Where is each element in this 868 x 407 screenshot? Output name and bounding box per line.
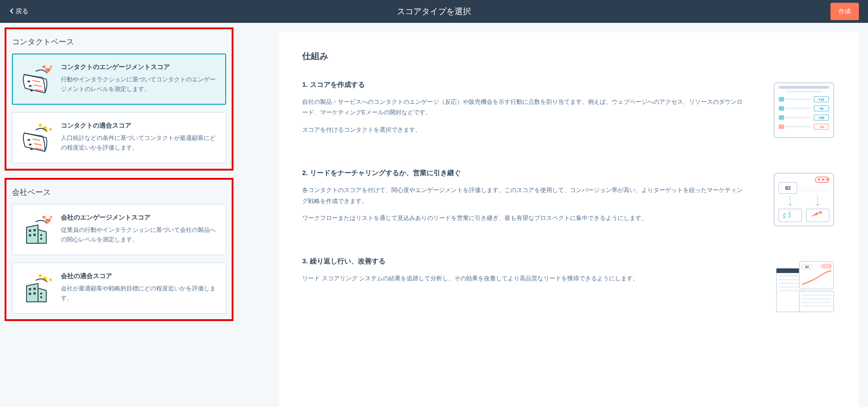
svg-text:+12: +12: [818, 97, 825, 102]
svg-rect-10: [40, 234, 42, 236]
step-text: 2. リードをナーチャリングするか、営業に引き継ぐ 各コンタクトのスコアを付けて…: [302, 169, 744, 230]
svg-rect-9: [33, 234, 36, 236]
svg-rect-48: [779, 279, 802, 280]
card-description: 行動やインタラクションに基づいてコンタクトのエンゲージメントのレベルを測定します…: [61, 75, 218, 94]
svg-rect-6: [29, 230, 31, 232]
svg-rect-60: [802, 305, 831, 307]
svg-point-0: [27, 80, 30, 82]
step-1: 1. スコアを作成する 自社の製品・サービスへのコンタクトのエンゲージ（反応）や…: [302, 80, 836, 141]
svg-text:+20: +20: [818, 116, 825, 120]
card-title: コンタクトのエンゲージメントスコア: [61, 63, 218, 71]
svg-rect-20: [786, 91, 822, 92]
svg-rect-49: [779, 283, 802, 284]
svg-rect-34: [786, 126, 811, 128]
card-title: 会社のエンゲージメントスコア: [61, 214, 218, 222]
svg-rect-16: [40, 293, 42, 295]
svg-rect-56: [799, 291, 834, 312]
svg-point-4: [29, 144, 32, 145]
svg-point-1: [29, 85, 32, 87]
step-description: 各コンタクトのスコアを付けて、関心度やエンゲージメントを評価します。このスコアを…: [302, 185, 744, 206]
svg-point-2: [30, 90, 33, 91]
card-content: コンタクトの適合スコア 人口統計などの条件に基づいてコンタクトが最適顧客にどの程…: [61, 122, 218, 153]
step-description: ワークフローまたはリストを通じて見込みありのリードを営業に引き継ぎ、最も有望なプ…: [302, 213, 744, 223]
back-button[interactable]: 戻る: [9, 7, 28, 16]
card-content: コンタクトのエンゲージメントスコア 行動やインタラクションに基づいてコンタクトの…: [61, 63, 218, 94]
svg-rect-15: [33, 292, 36, 295]
svg-rect-50: [779, 286, 802, 288]
svg-rect-26: [786, 107, 811, 109]
card-contact-fit[interactable]: コンタクトの適合スコア 人口統計などの条件に基づいてコンタクトが最適顧客にどの程…: [12, 112, 226, 163]
svg-rect-8: [29, 234, 31, 236]
step-text: 3. 繰り返し行い、改善する リード スコアリング システムの結果を追跡して分析…: [302, 257, 744, 290]
svg-rect-58: [802, 298, 831, 300]
svg-rect-30: [786, 117, 811, 118]
svg-point-5: [30, 148, 33, 150]
svg-rect-21: [779, 97, 784, 102]
step-description: スコアを付けるコンタクトを選択できます。: [302, 124, 744, 135]
svg-rect-51: [779, 290, 802, 291]
svg-rect-22: [786, 98, 811, 100]
step-3: 3. 繰り返し行い、改善する リード スコアリング システムの結果を追跡して分析…: [302, 257, 836, 316]
card-content: 会社のエンゲージメントスコア 従業員の行動やインタラクションに基づいて会社の製品…: [61, 214, 218, 245]
how-it-works-title: 仕組み: [302, 50, 836, 62]
svg-rect-19: [779, 86, 829, 89]
main-container: コンタクトベース コンタクトのエンゲージメントスコア: [0, 23, 868, 407]
step-description: リード スコアリング システムの結果を追跡して分析し、その効果を改善してより高品…: [302, 273, 744, 284]
right-panel: 仕組み 1. スコアを作成する 自社の製品・サービスへのコンタクトのエンゲージ（…: [279, 32, 859, 407]
svg-rect-7: [33, 229, 36, 231]
card-content: 会社の適合スコア 会社が最適顧客や戦略的目標にどの程度近いかを評価します。: [61, 272, 218, 303]
company-hearts-icon: [20, 214, 52, 246]
svg-point-3: [27, 139, 30, 141]
svg-rect-44: [806, 209, 829, 222]
svg-rect-57: [802, 295, 831, 296]
svg-rect-14: [29, 293, 31, 295]
score-flow-illustration: 82: [772, 169, 836, 228]
svg-rect-33: [779, 124, 784, 129]
svg-rect-11: [40, 238, 42, 240]
svg-rect-59: [802, 302, 831, 303]
page-title: スコアタイプを選択: [397, 6, 471, 17]
svg-rect-29: [779, 115, 784, 120]
group-company-based: 会社ベース: [5, 178, 233, 321]
contact-stars-icon: [20, 122, 52, 154]
svg-rect-13: [33, 288, 36, 290]
group-contact-based: コンタクトベース コンタクトのエンゲージメントスコア: [5, 27, 233, 171]
step-description: 自社の製品・サービスへのコンタクトのエンゲージ（反応）や販売機会を示す行動に点数…: [302, 96, 744, 118]
card-company-fit[interactable]: 会社の適合スコア 会社が最適顧客や戦略的目標にどの程度近いかを評価します。: [12, 262, 226, 314]
step-title: 2. リードをナーチャリングするか、営業に引き継ぐ: [302, 169, 744, 177]
card-title: 会社の適合スコア: [61, 272, 218, 280]
svg-rect-17: [40, 296, 42, 298]
card-company-engagement[interactable]: 会社のエンゲージメントスコア 従業員の行動やインタラクションに基づいて会社の製品…: [12, 204, 226, 255]
group-title: 会社ベース: [12, 187, 226, 198]
create-button[interactable]: 作成: [830, 3, 859, 20]
chevron-left-icon: [9, 8, 14, 16]
svg-text:+8: +8: [819, 107, 824, 111]
card-title: コンタクトの適合スコア: [61, 122, 218, 130]
contact-hearts-icon: [20, 63, 52, 95]
svg-rect-25: [779, 106, 784, 111]
score-list-illustration: +12 +8 +20: [772, 80, 836, 140]
card-description: 会社が最適顧客や戦略的目標にどの程度近いかを評価します。: [61, 284, 218, 303]
company-stars-icon: [20, 272, 52, 304]
svg-text:82: 82: [805, 265, 809, 268]
svg-rect-12: [29, 288, 31, 290]
group-title: コンタクトベース: [12, 37, 226, 47]
left-panel: コンタクトベース コンタクトのエンゲージメントスコア: [0, 23, 238, 407]
svg-rect-47: [779, 275, 802, 277]
step-2: 2. リードをナーチャリングするか、営業に引き継ぐ 各コンタクトのスコアを付けて…: [302, 169, 836, 230]
header: 戻る スコアタイプを選択 作成: [0, 0, 868, 23]
step-text: 1. スコアを作成する 自社の製品・サービスへのコンタクトのエンゲージ（反応）や…: [302, 80, 744, 141]
card-contact-engagement[interactable]: コンタクトのエンゲージメントスコア 行動やインタラクションに基づいてコンタクトの…: [12, 54, 226, 105]
step-title: 1. スコアを作成する: [302, 80, 744, 89]
card-description: 従業員の行動やインタラクションに基づいて会社の製品への関心レベルを測定します。: [61, 225, 218, 245]
svg-text:82: 82: [785, 185, 791, 191]
card-description: 人口統計などの条件に基づいてコンタクトが最適顧客にどの程度近いかを評価します。: [61, 134, 218, 153]
score-iterate-illustration: 82: [772, 257, 836, 316]
step-title: 3. 繰り返し行い、改善する: [302, 257, 744, 266]
svg-text:-10: -10: [819, 125, 824, 129]
back-label: 戻る: [16, 7, 28, 16]
